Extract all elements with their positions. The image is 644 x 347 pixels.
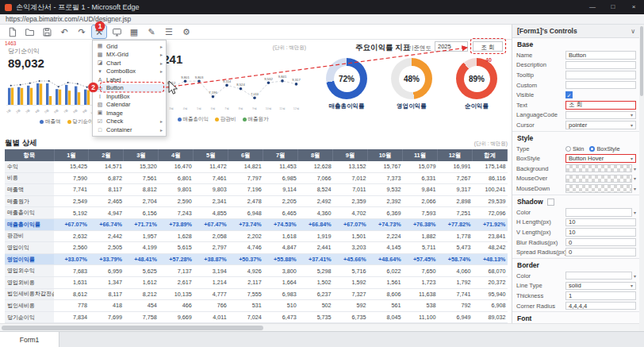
col-header: 합계: [472, 149, 507, 161]
menu-item-label[interactable]: ALabel: [93, 75, 166, 84]
table-row: 법인세비용차감전순이익8,6128,1178,21210,1354,7777,5…: [5, 288, 508, 300]
horizontal-scrollbar-thumb[interactable]: [2, 326, 263, 330]
col-header: 12월: [437, 149, 472, 161]
prop-mousedown-color-swatch[interactable]: [565, 184, 632, 193]
new-document-icon[interactable]: [5, 25, 19, 38]
panel-scrollbar-thumb[interactable]: [640, 26, 643, 96]
prop-row-type: TypeSkinBoxStyle: [512, 144, 640, 154]
col-header: 7월: [263, 149, 298, 161]
properties-panel-header[interactable]: [Form1]'s Controls ∨: [512, 25, 640, 38]
table-header-row: 월별 상세 (단위 : 백만원): [5, 138, 508, 148]
prop-h-length-px-input[interactable]: 10: [565, 218, 636, 227]
menu-item-chart[interactable]: ◪Chart▸: [93, 59, 166, 67]
prop-blur-radius-px-input[interactable]: 0: [565, 238, 636, 247]
prop-line-type-select[interactable]: solid▾: [565, 282, 636, 291]
prop-text-input[interactable]: 조 회: [565, 101, 636, 110]
menu-item-combobox[interactable]: ▾ComboBox▸: [93, 67, 166, 76]
section-checkbox[interactable]: [547, 199, 554, 206]
toolbox-icon[interactable]: ⚒: [92, 25, 106, 38]
prop-visible-checkbox[interactable]: ✓: [565, 91, 573, 98]
properties-panel: [Form1]'s Controls ∨ BaseNameButtonDescr…: [512, 25, 640, 331]
base-year-select[interactable]: 2025 ▾: [435, 41, 468, 52]
search-button[interactable]: 조 회: [473, 41, 503, 52]
col-header: 1월: [54, 149, 89, 161]
inputbox-icon: I: [96, 94, 104, 99]
prop-boxstyle-select[interactable]: Button Hover▾: [565, 154, 636, 163]
col-header: 9월: [333, 149, 368, 161]
donut-: 89%순이익률: [447, 58, 507, 110]
svg-text:2월: 2월: [16, 109, 21, 114]
panel-scrollbar[interactable]: [639, 25, 644, 331]
menu-item-calendar[interactable]: ▧Calendar: [93, 101, 166, 110]
undo-icon[interactable]: ↶: [57, 25, 71, 38]
prop-custom-input[interactable]: [565, 81, 636, 90]
open-folder-icon[interactable]: [22, 25, 36, 38]
legend-item: 판관비: [215, 116, 236, 123]
prop-languagecode-select[interactable]: ▾: [565, 111, 636, 120]
prop-cursor-select[interactable]: pointer▾: [565, 121, 636, 129]
preview-monitor-icon[interactable]: [109, 25, 124, 38]
prop-color-color-swatch[interactable]: [565, 208, 632, 217]
menu-item-button[interactable]: ▭Button: [93, 84, 166, 93]
chevron-down-icon: ▾: [634, 166, 636, 172]
svg-text:10월: 10월: [266, 107, 272, 110]
prop-color-color-swatch[interactable]: [565, 272, 632, 280]
menu-item-image[interactable]: ▣Image: [93, 109, 166, 118]
col-header: 항목: [5, 149, 54, 161]
site-favicon: [5, 4, 12, 11]
svg-text:9,114: 9,114: [223, 79, 232, 83]
donut-value: 72%: [334, 66, 360, 92]
redo-icon[interactable]: ↷: [75, 25, 89, 38]
prop-v-length-px-input[interactable]: 10: [565, 228, 636, 237]
label-icon: A: [96, 77, 104, 83]
minimize-button[interactable]: —: [582, 0, 603, 14]
section-base: BaseNameButtonDescriptionTooltipCustomVi…: [512, 38, 640, 132]
menu-item-check[interactable]: ☑Check▸: [93, 118, 166, 126]
svg-text:8,524: 8,524: [236, 83, 245, 87]
save-icon[interactable]: [40, 25, 54, 38]
prop-mouseover-color-swatch[interactable]: [565, 175, 632, 183]
app-window: 손익계산서 - 프로필 1 - Microsoft Edge — □ × htt…: [0, 0, 644, 347]
url-bar[interactable]: https://epa.bimatrix.com/AUD/designer.js…: [0, 14, 644, 25]
section-title-shadow: Shadow: [512, 195, 640, 207]
chevron-down-icon: ▾: [634, 210, 636, 215]
prop-description-input[interactable]: [565, 61, 636, 70]
horizontal-scrollbar[interactable]: [0, 323, 640, 331]
prop-spread-radius-px-input[interactable]: 0: [565, 248, 636, 256]
radio-boxstyle[interactable]: BoxStyle: [589, 145, 619, 152]
window-title: 손익계산서 - 프로필 1 - Microsoft Edge: [16, 2, 140, 13]
layout-grid-icon[interactable]: ▦: [127, 25, 141, 38]
section-title-style: Style: [512, 132, 640, 144]
section-shadow: ShadowColor▾H Length(px)10V Length(px)10…: [512, 195, 640, 259]
prop-corner-radius-input[interactable]: 4,4,4,4: [565, 302, 636, 310]
form-tabbar: Form1: [0, 331, 644, 347]
chevron-down-icon: ▾: [629, 122, 633, 128]
svg-text:9월: 9월: [82, 109, 88, 114]
radio-skin[interactable]: Skin: [565, 145, 584, 152]
prop-row-corner-radius: Corner Radius4,4,4,4: [512, 301, 640, 311]
menu-item-mx-grid[interactable]: ▩MX-Grid▸: [93, 51, 166, 60]
prop-tooltip-input[interactable]: [565, 71, 636, 79]
donut-label: 순이익률: [447, 102, 507, 110]
table-row: 법인세비용77841845446676653151050259256153879…: [5, 300, 508, 312]
prop-thickness-input[interactable]: 1: [565, 291, 636, 300]
collapse-chevron-icon[interactable]: ∨: [631, 28, 635, 35]
menu-item-inputbox[interactable]: IInputBox: [93, 92, 166, 101]
donut-ring: 72%: [326, 58, 367, 99]
database-list-icon[interactable]: ☰: [162, 25, 176, 38]
prop-background-color-swatch[interactable]: [565, 164, 632, 173]
url-text: https://epa.bimatrix.com/AUD/designer.js…: [6, 15, 131, 23]
menu-item-grid[interactable]: ▦Grid▸: [93, 42, 166, 51]
close-button[interactable]: ×: [623, 0, 644, 14]
settings-gear-icon[interactable]: ⚙: [179, 25, 194, 38]
chevron-down-icon: ▾: [634, 186, 636, 191]
tab-form1[interactable]: Form1: [0, 332, 59, 347]
maximize-button[interactable]: □: [603, 0, 623, 14]
edit-pencil-icon[interactable]: ✎: [144, 25, 159, 38]
prop-row-h-length-px: H Length(px)10: [512, 218, 640, 228]
prop-name-input[interactable]: Button: [565, 51, 636, 60]
table-row: 영업이익2,5602,5054,1995,6152,7974,7464,8472…: [5, 242, 508, 254]
profit-ratio-card: 주요이익률 지표 기준연도 2025 ▾ 조 회 72%매출총이익률48%영업이…: [314, 40, 509, 133]
menu-item-container[interactable]: □Container▸: [93, 125, 166, 134]
svg-text:8월: 8월: [73, 109, 79, 114]
